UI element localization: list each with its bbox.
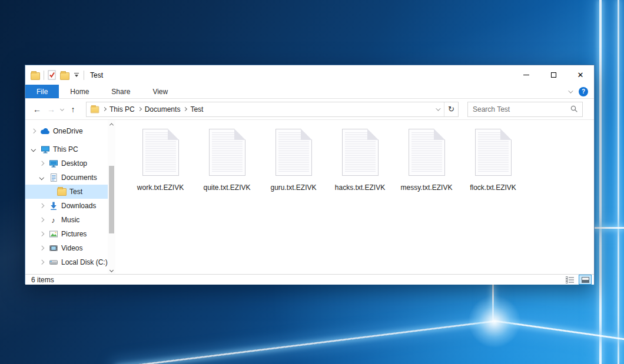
- breadcrumb-documents[interactable]: Documents: [145, 105, 181, 113]
- tab-share[interactable]: Share: [100, 85, 141, 98]
- file-item[interactable]: work.txt.EZIVK: [130, 129, 191, 192]
- sidebar-item-label: Pictures: [61, 230, 87, 238]
- recent-locations-icon[interactable]: [60, 107, 64, 111]
- expand-chevron-icon[interactable]: [38, 232, 45, 236]
- file-name: quite.txt.EZIVK: [203, 183, 250, 192]
- ribbon-tab-bar: File Home Share View ?: [25, 85, 594, 99]
- quick-access-toolbar: [25, 70, 84, 80]
- disk-icon: [48, 258, 58, 267]
- file-name: guru.txt.EZIVK: [270, 183, 316, 192]
- sidebar-item-pictures[interactable]: Pictures: [25, 227, 115, 241]
- details-view-icon: [566, 276, 575, 283]
- file-name: work.txt.EZIVK: [137, 183, 184, 192]
- breadcrumb-this-pc[interactable]: This PC: [109, 105, 135, 113]
- document-file-icon: [276, 129, 312, 176]
- sidebar-item-test[interactable]: Test: [25, 185, 115, 199]
- search-box: [467, 102, 583, 117]
- file-name: flock.txt.EZIVK: [470, 183, 516, 192]
- expand-chevron-icon[interactable]: [38, 218, 45, 222]
- maximize-button[interactable]: [540, 65, 567, 85]
- up-button[interactable]: ↑: [67, 105, 79, 114]
- sidebar-item-this-pc[interactable]: This PC: [25, 142, 115, 156]
- sidebar-item-label: Videos: [61, 244, 82, 252]
- explorer-main-area: OneDrive This PC Desktop: [25, 120, 594, 274]
- address-dropdown-button[interactable]: [431, 102, 444, 116]
- scrollbar-thumb[interactable]: [109, 166, 114, 233]
- sidebar-item-label: OneDrive: [53, 127, 83, 135]
- documents-icon: [48, 173, 58, 182]
- collapse-chevron-icon[interactable]: [30, 148, 37, 151]
- file-item[interactable]: hacks.txt.EZIVK: [329, 129, 391, 192]
- scrollbar-track[interactable]: [108, 128, 115, 266]
- sidebar-item-label: This PC: [53, 145, 78, 153]
- sidebar-item-music[interactable]: ♪ Music: [25, 213, 115, 227]
- search-icon[interactable]: [570, 105, 582, 113]
- sidebar-item-videos[interactable]: Videos: [25, 241, 115, 255]
- forward-button: →: [45, 105, 57, 114]
- breadcrumb-separator-icon: [102, 107, 107, 111]
- expand-chevron-icon[interactable]: [38, 261, 45, 264]
- scroll-up-icon[interactable]: [108, 120, 115, 128]
- expand-chevron-icon[interactable]: [38, 162, 45, 165]
- folder-icon: [91, 106, 99, 113]
- minimize-icon: [523, 75, 529, 75]
- tab-view[interactable]: View: [141, 85, 179, 98]
- large-icons-view-button[interactable]: [579, 275, 592, 285]
- item-count-label: 6 items: [31, 276, 54, 284]
- collapse-ribbon-icon[interactable]: [568, 88, 573, 93]
- folder-icon: [31, 72, 40, 80]
- scroll-down-icon[interactable]: [108, 266, 115, 274]
- refresh-button[interactable]: ↻: [444, 102, 458, 116]
- toolbar-separator: [44, 71, 44, 80]
- videos-icon: [48, 243, 58, 253]
- navigation-buttons: ← → ↑: [25, 105, 82, 114]
- status-bar: 6 items: [25, 274, 594, 285]
- sidebar-item-onedrive[interactable]: OneDrive: [25, 124, 115, 138]
- file-list-pane[interactable]: work.txt.EZIVK quite.txt.EZIVK guru.txt.…: [115, 120, 594, 274]
- address-bar-row: ← → ↑ This PC Documents Test ↻: [25, 99, 594, 120]
- desktop-icon: [48, 159, 58, 168]
- large-icons-view-icon: [582, 277, 589, 283]
- sidebar-item-label: Desktop: [61, 159, 87, 168]
- sidebar-item-label: Downloads: [61, 202, 96, 210]
- tab-file[interactable]: File: [25, 85, 59, 98]
- navigation-pane: OneDrive This PC Desktop: [25, 120, 115, 274]
- close-icon: ✕: [577, 71, 584, 79]
- back-button[interactable]: ←: [31, 105, 43, 114]
- sidebar-scrollbar[interactable]: [108, 120, 115, 274]
- expand-chevron-icon[interactable]: [38, 204, 45, 208]
- document-file-icon: [409, 129, 445, 176]
- collapse-chevron-icon[interactable]: [38, 176, 45, 179]
- tab-home[interactable]: Home: [59, 85, 100, 98]
- properties-icon[interactable]: [48, 70, 57, 80]
- expand-chevron-icon[interactable]: [30, 129, 37, 133]
- expand-chevron-icon[interactable]: [38, 246, 45, 250]
- breadcrumb-separator-icon: [138, 107, 142, 111]
- address-bar[interactable]: This PC Documents Test ↻: [86, 102, 459, 117]
- search-input[interactable]: [468, 105, 570, 113]
- details-view-button[interactable]: [563, 275, 576, 285]
- window-controls: ✕: [513, 65, 594, 85]
- sidebar-item-documents[interactable]: Documents: [25, 171, 115, 185]
- sidebar-item-local-disk-c[interactable]: Local Disk (C:): [25, 255, 115, 269]
- sidebar-item-desktop[interactable]: Desktop: [25, 156, 115, 171]
- file-item[interactable]: messy.txt.EZIVK: [396, 129, 457, 192]
- close-button[interactable]: ✕: [567, 65, 594, 85]
- new-folder-icon[interactable]: [60, 72, 69, 80]
- no-chevron: [47, 190, 54, 193]
- computer-icon: [40, 145, 50, 154]
- help-icon[interactable]: ?: [579, 87, 588, 96]
- folder-icon: [57, 188, 67, 196]
- minimize-button[interactable]: [513, 65, 540, 85]
- breadcrumb-test[interactable]: Test: [190, 105, 203, 113]
- light-beam-junction: [468, 295, 521, 348]
- document-file-icon: [209, 129, 245, 176]
- sidebar-item-downloads[interactable]: Downloads: [25, 199, 115, 213]
- maximize-icon: [551, 72, 556, 78]
- pictures-icon: [48, 229, 58, 239]
- file-item[interactable]: quite.txt.EZIVK: [196, 129, 258, 192]
- file-item[interactable]: flock.txt.EZIVK: [462, 129, 524, 192]
- customize-toolbar-dropdown-icon[interactable]: [73, 73, 80, 77]
- breadcrumb-separator-icon: [183, 107, 187, 111]
- file-item[interactable]: guru.txt.EZIVK: [263, 129, 324, 192]
